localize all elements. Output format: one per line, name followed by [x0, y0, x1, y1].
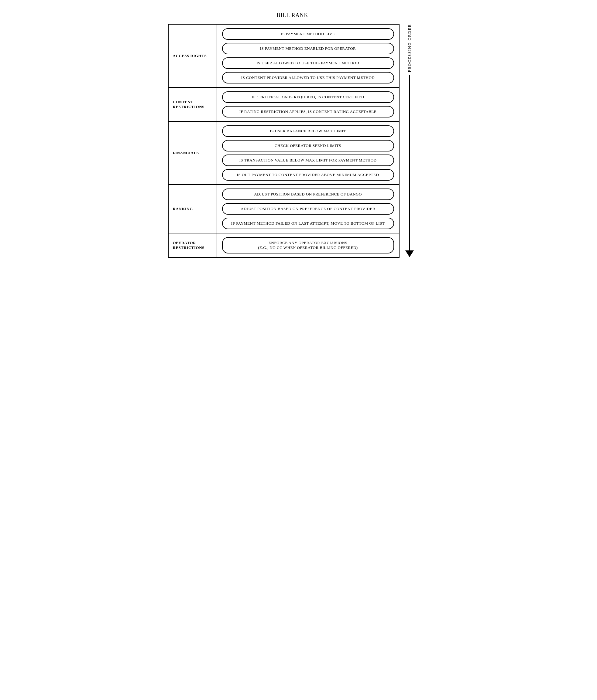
item-financials-3: IS OUT-PAYMENT TO CONTENT PROVIDER ABOVE…	[222, 169, 394, 181]
section-items-financials: IS USER BALANCE BELOW MAX LIMITCHECK OPE…	[217, 122, 399, 184]
section-ranking: RANKINGADJUST POSITION BASED ON PREFEREN…	[168, 184, 400, 233]
arrow-head	[405, 250, 414, 257]
item-access-rights-2: IS USER ALLOWED TO USE THIS PAYMENT METH…	[222, 57, 394, 69]
section-operator-restrictions: OPERATOR RESTRICTIONSENFORCE ANY OPERATO…	[168, 233, 400, 258]
section-label-financials: FINANCIALS	[169, 122, 217, 184]
item-access-rights-0: IS PAYMENT METHOD LIVE	[222, 28, 394, 40]
processing-order-arrow: PROCESSING ORDER	[402, 24, 417, 257]
arrow-wrapper: PROCESSING ORDER	[405, 24, 414, 257]
section-items-ranking: ADJUST POSITION BASED ON PREFERENCE OF B…	[217, 185, 399, 233]
outer-wrapper: ACCESS RIGHTSIS PAYMENT METHOD LIVEIS PA…	[168, 24, 417, 257]
item-ranking-2: IF PAYMENT METHOD FAILED ON LAST ATTEMPT…	[222, 218, 394, 229]
section-items-content-restrictions: IF CERTIFICATION IS REQUIRED, IS CONTENT…	[217, 88, 399, 121]
section-label-ranking: RANKING	[169, 185, 217, 233]
section-label-content-restrictions: CONTENT RESTRICTIONS	[169, 88, 217, 121]
section-items-access-rights: IS PAYMENT METHOD LIVEIS PAYMENT METHOD …	[217, 25, 399, 87]
item-access-rights-1: IS PAYMENT METHOD ENABLED FOR OPERATOR	[222, 43, 394, 54]
item-operator-restrictions-0: ENFORCE ANY OPERATOR EXCLUSIONS (E.G., N…	[222, 237, 394, 253]
item-content-restrictions-1: IF RATING RESTRICTION APPLIES, IS CONTEN…	[222, 106, 394, 118]
sections-wrapper: ACCESS RIGHTSIS PAYMENT METHOD LIVEIS PA…	[168, 24, 400, 257]
section-content-restrictions: CONTENT RESTRICTIONSIF CERTIFICATION IS …	[168, 87, 400, 122]
item-content-restrictions-0: IF CERTIFICATION IS REQUIRED, IS CONTENT…	[222, 91, 394, 103]
section-financials: FINANCIALSIS USER BALANCE BELOW MAX LIMI…	[168, 121, 400, 185]
item-financials-0: IS USER BALANCE BELOW MAX LIMIT	[222, 125, 394, 137]
item-financials-1: CHECK OPERATOR SPEND LIMITS	[222, 140, 394, 151]
page-title: BILL RANK	[168, 12, 417, 19]
arrow-line-container	[405, 75, 414, 257]
section-items-operator-restrictions: ENFORCE ANY OPERATOR EXCLUSIONS (E.G., N…	[217, 233, 399, 257]
arrow-shaft	[409, 75, 410, 250]
page-container: BILL RANK ACCESS RIGHTSIS PAYMENT METHOD…	[162, 6, 435, 263]
item-ranking-0: ADJUST POSITION BASED ON PREFERENCE OF B…	[222, 189, 394, 200]
section-label-operator-restrictions: OPERATOR RESTRICTIONS	[169, 233, 217, 257]
section-access-rights: ACCESS RIGHTSIS PAYMENT METHOD LIVEIS PA…	[168, 24, 400, 88]
item-access-rights-3: IS CONTENT PROVIDER ALLOWED TO USE THIS …	[222, 72, 394, 83]
arrow-label: PROCESSING ORDER	[407, 24, 412, 72]
item-ranking-1: ADJUST POSITION BASED ON PREFERENCE OF C…	[222, 203, 394, 215]
section-label-access-rights: ACCESS RIGHTS	[169, 25, 217, 87]
item-financials-2: IS TRANSACTION VALUE BELOW MAX LIMIT FOR…	[222, 154, 394, 166]
